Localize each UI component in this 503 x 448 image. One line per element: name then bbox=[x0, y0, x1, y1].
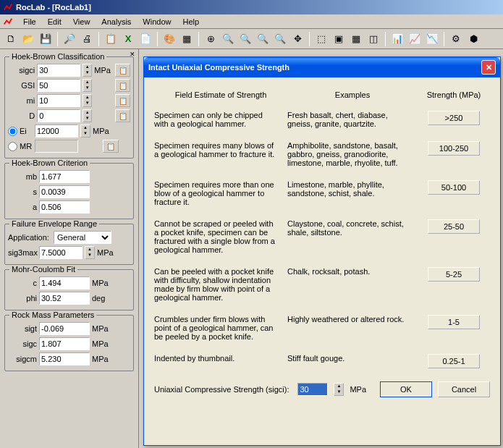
open-icon[interactable]: 📂 bbox=[20, 31, 36, 47]
ei-radio[interactable] bbox=[8, 127, 17, 136]
phi-input[interactable] bbox=[39, 292, 90, 305]
example-text: Fresh basalt, chert, diabase, gneiss, gr… bbox=[287, 111, 418, 128]
mohr-coulomb-group: Mohr-Coulomb Fit cMPa phideg bbox=[4, 269, 134, 310]
mi-helper-icon[interactable]: 📋 bbox=[115, 94, 130, 107]
chart3-icon[interactable]: 📉 bbox=[424, 31, 440, 47]
strength-range-button[interactable]: 25-50 bbox=[428, 219, 480, 234]
close-icon[interactable]: ✕ bbox=[481, 60, 496, 75]
s-label: s bbox=[8, 187, 37, 196]
strength-range-button[interactable]: 5-25 bbox=[428, 267, 480, 282]
tool2-icon[interactable]: ▣ bbox=[331, 31, 347, 47]
ei-spinner[interactable]: ▲▼ bbox=[80, 124, 90, 138]
rock-icon[interactable]: ⬢ bbox=[465, 31, 481, 47]
d-spinner[interactable]: ▲▼ bbox=[83, 109, 92, 122]
ei-input[interactable] bbox=[35, 124, 78, 138]
strength-row: Cannot be scraped or peeled with a pocke… bbox=[154, 219, 490, 254]
sigci-footer-input[interactable] bbox=[297, 383, 328, 396]
zoom-out-icon[interactable]: 🔍 bbox=[237, 31, 253, 47]
estimate-text: Specimen requires more than one blow of … bbox=[154, 180, 287, 206]
strength-row: Indented by thumbnail.Stiff fault gouge.… bbox=[154, 354, 490, 368]
zoom-all-icon[interactable]: 🔍 bbox=[272, 31, 288, 47]
sig3max-unit: MPa bbox=[97, 248, 117, 257]
sigc-label: sigc bbox=[8, 339, 37, 348]
strength-range-button[interactable]: 0.25-1 bbox=[428, 354, 480, 368]
d-input[interactable] bbox=[37, 109, 80, 122]
mr-radio[interactable] bbox=[8, 142, 17, 151]
strength-row: Specimen requires many blows of a geolog… bbox=[154, 141, 490, 167]
tool4-icon[interactable]: ◫ bbox=[365, 31, 381, 47]
rock-mass-group: Rock Mass Parameters sigtMPa sigcMPa sig… bbox=[4, 315, 134, 371]
estimate-text: Crumbles under firm blows with point of … bbox=[154, 315, 287, 341]
sigcm-input[interactable] bbox=[39, 352, 90, 365]
application-label: Application: bbox=[8, 233, 51, 242]
strength-range-button[interactable]: 100-250 bbox=[428, 141, 480, 156]
sigc-input[interactable] bbox=[39, 337, 90, 350]
sig3max-input[interactable] bbox=[39, 246, 83, 259]
strength-range-button[interactable]: 1-5 bbox=[428, 315, 480, 329]
zoom-extents-icon[interactable]: ⊕ bbox=[203, 31, 219, 47]
menu-window[interactable]: Window bbox=[137, 16, 177, 28]
mr-input bbox=[35, 140, 78, 153]
c-unit: MPa bbox=[92, 279, 112, 287]
doc-icon bbox=[3, 17, 13, 27]
ok-button[interactable]: OK bbox=[380, 381, 432, 397]
grid-icon[interactable]: ▦ bbox=[179, 31, 195, 47]
s-input[interactable] bbox=[39, 185, 90, 198]
zoom-in-icon[interactable]: 🔍 bbox=[220, 31, 236, 47]
mb-input[interactable] bbox=[39, 170, 90, 183]
menu-analysis[interactable]: Analysis bbox=[96, 16, 137, 28]
menu-help[interactable]: Help bbox=[177, 16, 205, 28]
sigci-helper-icon[interactable]: 📋 bbox=[115, 64, 130, 77]
dialog-title-bar[interactable]: Intact Uniaxial Compressive Strength ✕ bbox=[144, 57, 500, 77]
mi-spinner[interactable]: ▲▼ bbox=[83, 94, 92, 107]
tool1-icon[interactable]: ⬚ bbox=[313, 31, 329, 47]
menu-view[interactable]: View bbox=[67, 16, 96, 28]
pan-icon[interactable]: ✥ bbox=[289, 31, 305, 47]
cancel-button[interactable]: Cancel bbox=[438, 381, 490, 397]
group-legend: Hoek-Brown Classification bbox=[9, 52, 106, 61]
zoom-window-icon[interactable]: 🔍 bbox=[255, 31, 271, 47]
mr-helper-icon[interactable]: 📋 bbox=[103, 140, 119, 153]
app-icon bbox=[3, 2, 13, 12]
title-bar: RocLab - [RocLab1] bbox=[0, 0, 503, 14]
print-preview-icon[interactable]: 🔎 bbox=[62, 31, 77, 47]
mi-input[interactable] bbox=[37, 94, 80, 107]
sigci-footer-label: Uniaxial Compressive Strength (sigci): bbox=[154, 385, 289, 394]
sigci-spinner[interactable]: ▲▼ bbox=[83, 64, 92, 77]
sigci-input[interactable] bbox=[37, 64, 80, 77]
menu-edit[interactable]: Edit bbox=[42, 16, 67, 28]
separator bbox=[98, 32, 99, 46]
strength-range-button[interactable]: 50-100 bbox=[428, 180, 480, 195]
sigci-unit: MPa bbox=[94, 66, 113, 75]
sig3max-spinner[interactable]: ▲▼ bbox=[85, 246, 95, 259]
tool3-icon[interactable]: ▦ bbox=[348, 31, 364, 47]
strength-range-button[interactable]: >250 bbox=[428, 111, 480, 125]
settings-icon[interactable]: ⚙ bbox=[448, 31, 464, 47]
group-legend: Mohr-Coulomb Fit bbox=[9, 265, 77, 274]
toolbar: 🗋 📂 💾 🔎 🖨 📋 X 📄 🎨 ▦ ⊕ 🔍 🔍 🔍 🔍 ✥ ⬚ ▣ ▦ ◫ … bbox=[0, 29, 503, 49]
palette-icon[interactable]: 🎨 bbox=[161, 31, 177, 47]
sigt-input[interactable] bbox=[39, 322, 90, 335]
hb-classification-group: Hoek-Brown Classification sigci ▲▼ MPa 📋… bbox=[4, 56, 134, 159]
application-select[interactable]: General bbox=[54, 231, 111, 244]
gsi-spinner[interactable]: ▲▼ bbox=[83, 79, 92, 92]
clipboard-icon[interactable]: 📄 bbox=[138, 31, 153, 47]
d-helper-icon[interactable]: 📋 bbox=[115, 109, 130, 122]
example-text: Highly weathered or altered rock. bbox=[287, 315, 418, 324]
ucs-dialog: Intact Uniaxial Compressive Strength ✕ F… bbox=[143, 56, 501, 446]
separator bbox=[198, 32, 199, 46]
c-input[interactable] bbox=[39, 276, 90, 289]
chart2-icon[interactable]: 📈 bbox=[407, 31, 423, 47]
menu-file[interactable]: File bbox=[17, 16, 42, 28]
hb-criterion-group: Hoek-Brown Criterion mb s a bbox=[4, 163, 134, 219]
excel-icon[interactable]: X bbox=[120, 31, 136, 47]
print-icon[interactable]: 🖨 bbox=[79, 31, 95, 47]
gsi-input[interactable] bbox=[37, 79, 80, 92]
sigci-footer-spinner[interactable]: ▲▼ bbox=[334, 383, 344, 396]
new-icon[interactable]: 🗋 bbox=[3, 31, 19, 47]
save-icon[interactable]: 💾 bbox=[38, 31, 54, 47]
a-input[interactable] bbox=[39, 200, 90, 214]
copy-icon[interactable]: 📋 bbox=[103, 31, 119, 47]
chart1-icon[interactable]: 📊 bbox=[389, 31, 405, 47]
gsi-helper-icon[interactable]: 📋 bbox=[115, 79, 130, 92]
